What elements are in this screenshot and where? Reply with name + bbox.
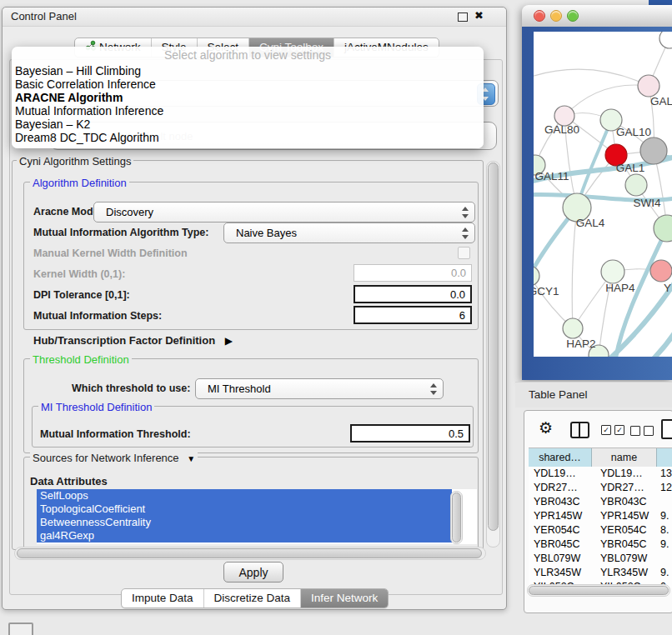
scrollbar-thumb[interactable]	[488, 162, 499, 531]
data-attributes-list[interactable]: SelfLoopsTopologicalCoefficientBetweenne…	[37, 489, 477, 544]
kernel-width-input[interactable]: 0.0	[354, 264, 472, 282]
network-node[interactable]	[659, 32, 672, 48]
settings-horizontal-scrollbar[interactable]	[14, 547, 486, 560]
network-canvas[interactable]: GALGAL80GAL10GAL1GAL11SWI4GAL4GCY1HAP4YH…	[534, 32, 672, 357]
network-node[interactable]	[638, 75, 659, 97]
table-row[interactable]: YDR27…YDR27…12	[529, 481, 672, 495]
attributes-list-scrollbar[interactable]	[450, 491, 463, 544]
network-node-label: GAL80	[544, 123, 579, 136]
tab-label: Impute Data	[132, 589, 193, 608]
settings-vertical-scrollbar[interactable]	[486, 161, 500, 548]
table-row[interactable]: YBR045CYBR045C9.	[529, 538, 672, 552]
table-row[interactable]: YBL079WYBL079W	[529, 552, 672, 566]
popup-item[interactable]: Dream8 DC_TDC Algorithm	[12, 131, 484, 144]
table-cell: YBR045C	[592, 538, 657, 552]
table-cell	[657, 552, 672, 566]
mi-threshold-input[interactable]: 0.5	[350, 424, 470, 442]
combobox-stepper-icon	[461, 207, 469, 218]
zoom-traffic-light-icon[interactable]	[567, 10, 579, 22]
network-node[interactable]	[625, 174, 647, 196]
scrollbar-thumb[interactable]	[452, 492, 461, 542]
table-cell: YDR27…	[592, 481, 657, 495]
table-cell: YPR145W	[529, 509, 592, 523]
apply-button[interactable]: Apply	[223, 562, 283, 582]
network-node[interactable]	[640, 138, 667, 164]
popup-item[interactable]: Mutual Information Inference	[12, 104, 484, 118]
table-cell: YBL079W	[592, 552, 657, 566]
attribute-list-item[interactable]: gal4RGexp	[37, 529, 452, 542]
network-view-window: GALGAL80GAL10GAL1GAL11SWI4GAL4GCY1HAP4YH…	[522, 5, 672, 380]
hub-definition-label: Hub/Transcription Factor Definition	[33, 334, 215, 347]
column-header[interactable]	[657, 448, 672, 467]
table-cell: YBL079W	[529, 552, 592, 566]
table-cell: 12	[657, 481, 672, 495]
dpi-tolerance-input[interactable]: 0.0	[354, 285, 472, 303]
attribute-list-item[interactable]: TopologicalCoefficient	[37, 502, 452, 516]
popup-item[interactable]: Basic Correlation Inference	[12, 78, 484, 91]
manual-kernel-width-label: Manual Kernel Width Definition	[33, 248, 188, 259]
table-horizontal-scrollbar[interactable]	[527, 584, 670, 597]
mi-algorithm-type-label: Mutual Information Algorithm Type:	[33, 227, 208, 238]
table-panel-title: Table Panel	[529, 388, 588, 401]
attribute-list-item[interactable]: BetweennessCentrality	[37, 516, 452, 529]
mi-steps-label: Mutual Information Steps:	[33, 310, 162, 322]
table-toolbar: ⚙ ✓ ✓	[524, 411, 672, 448]
network-node[interactable]	[534, 266, 539, 286]
columns-icon[interactable]	[570, 422, 589, 438]
popup-item[interactable]: ARACNE Algorithm	[12, 91, 484, 104]
scrollbar-thumb[interactable]	[529, 586, 669, 595]
tab-infer-network[interactable]: Infer Network	[300, 589, 388, 608]
table-cell: YER054C	[529, 523, 592, 538]
gear-icon[interactable]: ⚙	[539, 418, 553, 438]
network-node[interactable]	[654, 215, 672, 242]
table-cell: 9.	[657, 509, 672, 523]
network-window-body: GALGAL80GAL10GAL1GAL11SWI4GAL4GCY1HAP4YH…	[522, 27, 672, 380]
network-edge[interactable]	[534, 69, 649, 86]
minimized-panel-icon[interactable]	[8, 622, 33, 635]
minimize-traffic-light-icon[interactable]	[550, 10, 562, 22]
table-row[interactable]: YLR345WYLR345W9.	[529, 566, 672, 580]
popup-placeholder: Select algorithm to view settings	[12, 47, 484, 64]
hub-definition-expander[interactable]: Hub/Transcription Factor Definition ▶	[33, 334, 233, 347]
network-graph[interactable]: GALGAL80GAL10GAL1GAL11SWI4GAL4GCY1HAP4YH…	[534, 32, 672, 357]
network-node[interactable]	[650, 260, 672, 282]
table-row[interactable]: YER054CYER054C8.	[529, 523, 672, 538]
sources-group-title[interactable]: Sources for Network Inference ▼	[30, 452, 198, 464]
application-root: Control Panel ✖ NetworkStyleSelectCyni T…	[0, 0, 672, 635]
attribute-list-item[interactable]: SelfLoops	[37, 489, 452, 502]
scrollbar-thumb[interactable]	[17, 548, 482, 558]
table-row[interactable]: YDL19…YDL19…13	[529, 467, 672, 481]
table-row[interactable]: YBR043CYBR043C	[529, 495, 672, 509]
aracne-mode-combobox[interactable]: Discovery	[93, 202, 475, 222]
deselect-all-checkboxes-icon[interactable]	[630, 426, 654, 436]
column-header[interactable]: name	[592, 448, 657, 467]
float-window-icon[interactable]	[458, 12, 468, 22]
checked-box-icon: ✓	[614, 425, 624, 435]
table-row[interactable]: YPR145WYPR145W9.	[529, 509, 672, 523]
tab-discretize-data[interactable]: Discretize Data	[203, 589, 301, 608]
document-icon[interactable]	[661, 419, 672, 439]
network-node-label: Y	[664, 282, 671, 294]
dpi-tolerance-label: DPI Tolerance [0,1]:	[33, 289, 130, 301]
network-node-label: GAL1	[616, 162, 645, 174]
mi-algorithm-type-combobox[interactable]: Naive Bayes	[223, 222, 475, 243]
network-node-label: GAL11	[534, 170, 569, 182]
popup-items: Bayesian – Hill ClimbingBasic Correlatio…	[12, 64, 484, 144]
column-header[interactable]: shared…	[529, 448, 592, 467]
which-threshold-label: Which threshold to use:	[72, 382, 190, 394]
unchecked-box-icon	[630, 426, 640, 436]
popup-item[interactable]: Bayesian – K2	[12, 118, 484, 131]
mi-steps-input[interactable]: 6	[354, 306, 472, 324]
tab-impute-data[interactable]: Impute Data	[122, 589, 203, 608]
table-cell: YBR043C	[529, 495, 592, 509]
close-icon[interactable]: ✖	[474, 9, 484, 22]
select-all-checkboxes-icon[interactable]: ✓ ✓	[601, 425, 624, 435]
manual-kernel-width-checkbox[interactable]	[458, 247, 470, 259]
table-cell: 9.	[657, 566, 672, 580]
close-traffic-light-icon[interactable]	[534, 10, 545, 22]
popup-item[interactable]: Bayesian – Hill Climbing	[12, 64, 484, 78]
network-node[interactable]	[601, 260, 624, 283]
which-threshold-combobox[interactable]: MI Threshold	[195, 378, 444, 399]
table-cell: 9.	[657, 538, 672, 552]
network-node[interactable]	[563, 318, 583, 338]
